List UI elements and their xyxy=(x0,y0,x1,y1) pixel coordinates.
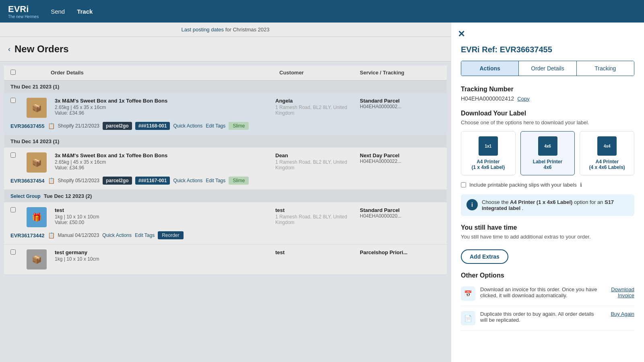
copy-icon-3[interactable]: 📋 xyxy=(48,232,55,239)
checkbox-3[interactable] xyxy=(10,207,23,214)
quick-actions-1[interactable]: Quick Actions xyxy=(173,123,202,129)
evr-ref-3: EVR36173442 xyxy=(10,232,45,239)
order-details-1: 3x M&M's Sweet Box and 1x Toffee Bon Bon… xyxy=(55,98,271,116)
slime-btn-1[interactable]: Slime xyxy=(229,122,249,130)
download-invoice-link[interactable]: Download Invoice xyxy=(606,286,634,298)
order-details-3: test 1kg | 10 x 10 x 10cm Value: £50.00 xyxy=(55,207,271,225)
tab-tracking[interactable]: Tracking xyxy=(576,61,634,76)
order-value-3: Value: £50.00 xyxy=(55,220,271,225)
order-main-4: 📦 test germany 1kg | 10 x 10 x 10cm test… xyxy=(10,249,440,269)
date-group-1-label: Thu Dec 21 2023 (1) xyxy=(10,84,59,90)
order-footer-1: EVR36637455 📋 Shopify 21/12/2023 parcel2… xyxy=(10,122,440,130)
copy-icon-1[interactable]: 📋 xyxy=(48,123,55,129)
info-circle-icon: ℹ xyxy=(580,182,582,188)
info-box: i Choose the A4 Printer (1 x 4x6 Label) … xyxy=(461,194,634,216)
invoice-text: Download an invoice for this order. Once… xyxy=(480,286,601,298)
panel-content: EVRi Ref: EVR36637455 Actions Order Deta… xyxy=(451,23,644,339)
packing-slips-label: Include printable packing slips with you… xyxy=(469,182,577,188)
slime-btn-2[interactable]: Slime xyxy=(229,177,249,185)
date-group-1: Thu Dec 21 2023 (1) xyxy=(4,80,447,93)
panel-tabs: Actions Order Details Tracking xyxy=(461,61,634,76)
customer-address-3: 1 Ramesh Road, BL2 8LY, United Kingdom xyxy=(275,214,356,225)
customer-name-3: test xyxy=(275,207,356,213)
label-option-label-printer[interactable]: 4x6 Label Printer 4x6 xyxy=(520,131,575,175)
back-button[interactable]: ‹ xyxy=(8,45,10,53)
other-option-invoice: 📅 Download an invoice for this order. On… xyxy=(461,282,634,306)
page-title: New Orders xyxy=(14,43,69,55)
page-header: ‹ New Orders xyxy=(0,37,451,62)
nav-send[interactable]: Send xyxy=(51,8,65,15)
service-name-1: Standard Parcel xyxy=(360,98,440,104)
customer-3: test 1 Ramesh Road, BL2 8LY, United King… xyxy=(275,207,356,225)
tracking-num-3: H04EHA0000020... xyxy=(360,213,440,219)
service-name-3: Standard Parcel xyxy=(360,207,440,213)
logo-sub: The new Hermes xyxy=(8,14,39,19)
service-3: Standard Parcel H04EHA0000020... xyxy=(360,207,440,219)
customer-1: Angela 1 Ramesh Road, BL2 8LY, United Ki… xyxy=(275,98,356,116)
order-value-2: Value: £34.96 xyxy=(55,165,271,171)
customer-address-2: 1 Ramesh Road, BL2 8LY, United Kingdom xyxy=(275,159,356,171)
order-name-3: test xyxy=(55,207,271,213)
tracking-num-1: H04EHA0000002... xyxy=(360,104,440,109)
label-option-a4[interactable]: 1x1 A4 Printer (1 x 4x6 Label) xyxy=(461,131,516,175)
download-label-sub: Choose one of the options here to downlo… xyxy=(461,119,634,125)
tracking-number-row: H04EHA0000002412 Copy xyxy=(461,95,634,102)
thumbnail-4: 📦 xyxy=(27,249,47,269)
customer-name-1: Angela xyxy=(275,98,356,104)
nav-track[interactable]: Track xyxy=(77,8,93,15)
checkbox-2[interactable] xyxy=(10,152,23,159)
quick-actions-2[interactable]: Quick Actions xyxy=(173,178,202,183)
reorder-btn-3[interactable]: Reorder xyxy=(158,231,183,239)
main-header: EVRi The new Hermes Send Track xyxy=(0,0,644,23)
order-row-4: 📦 test germany 1kg | 10 x 10 x 10cm test… xyxy=(4,245,447,275)
order-details-4: test germany 1kg | 10 x 10 x 10cm xyxy=(55,249,271,262)
packing-slips-checkbox[interactable] xyxy=(461,182,466,187)
edit-tags-1[interactable]: Edit Tags xyxy=(206,123,225,129)
label-option-a4-4x4[interactable]: 4x4 A4 Printer (4 x 4x6 Labels) xyxy=(580,131,634,175)
order-name-4: test germany xyxy=(55,249,271,255)
copy-tracking-link[interactable]: Copy xyxy=(517,96,529,102)
badge2-1: ###1168-001 xyxy=(135,122,170,130)
service-header: Service / Tracking xyxy=(360,70,440,76)
order-footer-2: EVR36637454 📋 Shopify 05/12/2023 parcel2… xyxy=(10,177,440,185)
tab-order-details[interactable]: Order Details xyxy=(518,61,576,76)
left-panel: Last posting dates for Christmas 2023 ‹ … xyxy=(0,23,451,362)
label-icon-a4: 1x1 xyxy=(479,136,498,156)
badge1-2: parcel2go xyxy=(103,177,132,185)
tab-actions[interactable]: Actions xyxy=(461,61,518,76)
checkbox-header[interactable] xyxy=(10,70,23,76)
checkbox-1[interactable] xyxy=(10,98,23,104)
customer-2: Dean 1 Ramesh Road, BL2 8LY, United King… xyxy=(275,152,356,171)
select-group-link[interactable]: Select Group xyxy=(10,193,41,199)
order-main-2: 📦 3x M&M's Sweet Box and 1x Toffee Bon B… xyxy=(10,152,440,173)
christmas-text: for Christmas 2023 xyxy=(225,27,270,33)
order-details-2: 3x M&M's Sweet Box and 1x Toffee Bon Bon… xyxy=(55,152,271,171)
buy-again-text: Duplicate this order to buy again. All o… xyxy=(480,311,601,323)
service-4: Parcelshop Priori... xyxy=(360,249,440,255)
panel-close-button[interactable]: ✕ xyxy=(458,29,465,39)
still-time-title: You still have time xyxy=(461,224,634,231)
label-option-a4-name: A4 Printer (1 x 4x6 Label) xyxy=(464,159,512,170)
table-header-row: Order Details Customer Service / Trackin… xyxy=(4,66,447,80)
customer-name-2: Dean xyxy=(275,152,356,158)
order-value-1: Value: £34.96 xyxy=(55,110,271,116)
order-details-header: Order Details xyxy=(23,70,279,76)
info-icon: i xyxy=(466,199,478,210)
order-name-1: 3x M&M's Sweet Box and 1x Toffee Bon Bon… xyxy=(55,98,271,104)
add-extras-button[interactable]: Add Extras xyxy=(461,249,508,264)
badge1-1: parcel2go xyxy=(103,122,132,130)
order-main-3: 🎁 test 1kg | 10 x 10 x 10cm Value: £50.0… xyxy=(10,207,440,227)
quick-actions-3[interactable]: Quick Actions xyxy=(102,232,132,238)
order-specs-3: 1kg | 10 x 10 x 10cm xyxy=(55,214,271,220)
label-option-label-printer-name: Label Printer 4x6 xyxy=(524,159,572,170)
thumbnail-1: 📦 xyxy=(27,98,47,118)
buy-again-link[interactable]: Buy Again xyxy=(606,311,634,317)
service-name-2: Next Day Parcel xyxy=(360,152,440,158)
date-group-3-label: Tue Dec 12 2023 (2) xyxy=(44,193,92,199)
edit-tags-2[interactable]: Edit Tags xyxy=(206,178,225,183)
invoice-icon: 📅 xyxy=(461,286,475,301)
christmas-link[interactable]: Last posting dates xyxy=(182,27,224,33)
copy-icon-2[interactable]: 📋 xyxy=(48,177,55,184)
checkbox-4[interactable] xyxy=(10,249,23,256)
edit-tags-3[interactable]: Edit Tags xyxy=(135,232,155,238)
